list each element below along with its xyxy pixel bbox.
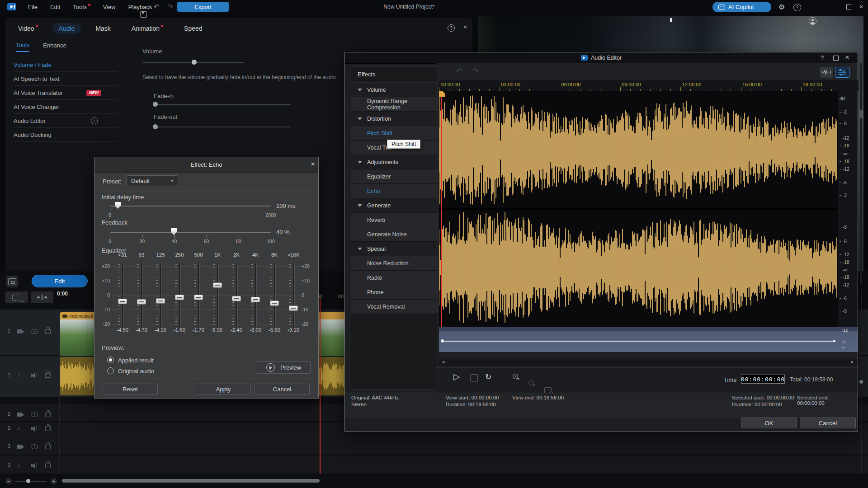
eq-slider-handle[interactable]: [175, 295, 184, 300]
right-scrollbar-track[interactable]: [860, 63, 862, 285]
editor-cancel-button[interactable]: Cancel: [800, 418, 856, 428]
sidebar-item-audio-ducking[interactable]: Audio Ducking: [14, 128, 118, 142]
lock-icon[interactable]: [45, 464, 51, 468]
effect-distortion[interactable]: Distortion: [351, 112, 438, 126]
effect-phone[interactable]: Phone: [351, 285, 438, 300]
eq-slider-track[interactable]: [236, 263, 237, 327]
fade-out-slider[interactable]: [155, 127, 291, 127]
timeline-scrollbar[interactable]: [62, 479, 320, 483]
video-clip-continued[interactable]: [318, 312, 344, 356]
radio-applied-result[interactable]: [107, 357, 114, 363]
split-clip-button[interactable]: [31, 291, 53, 303]
subtab-tools[interactable]: Tools: [16, 42, 29, 52]
waveform-area[interactable]: [439, 91, 838, 327]
sidebar-item-ai-speech-to-text[interactable]: AI Speech to Text: [14, 72, 118, 86]
triangle-down-icon[interactable]: [358, 204, 362, 207]
visibility-eye-icon[interactable]: [31, 412, 38, 417]
editor-playhead[interactable]: [441, 91, 442, 327]
tab-mask[interactable]: Mask: [95, 25, 110, 32]
effects-view-button[interactable]: [835, 67, 849, 78]
radio-original-audio[interactable]: [107, 367, 114, 374]
maximize-icon[interactable]: [846, 5, 851, 9]
mute-speaker-icon[interactable]: [31, 427, 33, 430]
menu-item-edit[interactable]: Edit: [50, 4, 60, 10]
mute-speaker-icon[interactable]: [31, 464, 33, 467]
triangle-down-icon[interactable]: [358, 248, 362, 250]
effect-echo[interactable]: Echo: [351, 184, 438, 198]
effect-vocal-removal[interactable]: Vocal Removal: [351, 300, 438, 314]
eq-slider-track[interactable]: [122, 263, 123, 327]
eq-slider-handle[interactable]: [194, 295, 203, 300]
fade-in-handle[interactable]: [153, 102, 158, 107]
tab-audio[interactable]: Audio: [52, 23, 81, 34]
editor-undo-icon[interactable]: ↶: [456, 66, 462, 75]
menu-item-view[interactable]: View: [103, 4, 116, 10]
waveform-view-button[interactable]: [820, 67, 833, 78]
eq-slider-track[interactable]: [217, 263, 218, 327]
dialog-close-icon[interactable]: ✕: [311, 161, 315, 167]
lock-icon[interactable]: [45, 329, 51, 334]
timeline-playhead[interactable]: [320, 298, 321, 474]
eq-slider-track[interactable]: [141, 263, 142, 327]
eq-slider-handle[interactable]: [118, 299, 127, 304]
add-track-button[interactable]: [5, 291, 28, 303]
dialog-titlebar[interactable]: Effect: Echo: [94, 157, 318, 173]
triangle-down-icon[interactable]: [358, 117, 362, 120]
gain-overview-strip[interactable]: [439, 327, 858, 352]
zoom-slider-handle[interactable]: [26, 479, 30, 483]
gain-envelope-node-right[interactable]: [833, 340, 835, 342]
editor-help-icon[interactable]: ?: [821, 54, 824, 61]
settings-gear-icon[interactable]: ⚙: [778, 3, 785, 11]
volume-slider-handle[interactable]: [192, 60, 197, 65]
zoom-slider[interactable]: [15, 481, 47, 482]
sidebar-item-audio-editor[interactable]: Audio Editori: [14, 114, 118, 128]
right-zoom-handle[interactable]: [859, 380, 863, 384]
save-icon[interactable]: [140, 11, 147, 18]
reset-button[interactable]: Reset: [103, 384, 158, 394]
eq-slider-handle[interactable]: [156, 298, 165, 304]
panel-close-icon[interactable]: ✕: [463, 24, 467, 30]
subtab-enhance[interactable]: Enhance: [43, 42, 66, 52]
delay-slider[interactable]: [110, 206, 271, 206]
right-scrollbar-handle[interactable]: [859, 110, 863, 118]
loop-icon[interactable]: ↻: [485, 372, 491, 382]
gain-envelope-node-left[interactable]: [441, 339, 444, 343]
eq-slider-handle[interactable]: [213, 282, 222, 288]
edit-mode-button[interactable]: Edit: [32, 275, 88, 287]
fade-out-handle[interactable]: [153, 124, 158, 129]
eq-slider-handle[interactable]: [289, 305, 298, 311]
effect-noise-reduction[interactable]: Noise Reduction: [351, 256, 438, 271]
effect-generate-noise[interactable]: Generate Noise: [351, 227, 438, 242]
triangle-down-icon[interactable]: [358, 89, 362, 91]
effect-equalizer[interactable]: Equalizer: [351, 169, 438, 184]
effect-pitch-shift[interactable]: Pitch Shift: [351, 126, 438, 141]
visibility-eye-icon[interactable]: [31, 329, 38, 334]
scroll-right-icon[interactable]: ►: [850, 360, 854, 364]
feedback-slider[interactable]: [110, 232, 271, 233]
menu-item-playback[interactable]: Playback: [128, 4, 152, 10]
export-button[interactable]: Export: [177, 2, 229, 12]
ai-copilot-button[interactable]: AI Copilot: [712, 2, 771, 12]
editor-ok-button[interactable]: OK: [741, 418, 797, 428]
delay-slider-handle[interactable]: [115, 202, 121, 209]
eq-slider-handle[interactable]: [137, 299, 146, 305]
audio-clip-continued[interactable]: [318, 357, 344, 395]
minimize-icon[interactable]: —: [833, 4, 838, 10]
lock-icon[interactable]: [45, 373, 51, 378]
redo-icon[interactable]: ↷: [167, 3, 173, 11]
zoom-out-icon[interactable]: −: [528, 380, 535, 386]
zoom-in-button[interactable]: +: [51, 478, 57, 484]
scroll-left-icon[interactable]: ◄: [441, 360, 445, 364]
sidebar-item-ai-voice-translator[interactable]: AI Voice TranslatorNEW: [14, 86, 118, 100]
effect-adjustments[interactable]: Adjustments: [351, 155, 438, 169]
triangle-down-icon[interactable]: [358, 161, 362, 164]
visibility-eye-icon[interactable]: [31, 444, 38, 449]
effect-dynamic-range-compression[interactable]: Dynamic Range Compression: [351, 97, 438, 112]
apply-button[interactable]: Apply: [196, 384, 251, 394]
effect-reverb[interactable]: Reverb: [351, 213, 438, 227]
feedback-slider-handle[interactable]: [171, 228, 177, 235]
cancel-button[interactable]: Cancel: [255, 384, 310, 394]
mute-speaker-icon[interactable]: [31, 374, 33, 377]
scroll-track[interactable]: [449, 361, 847, 363]
effect-radio[interactable]: Radio: [351, 271, 438, 285]
